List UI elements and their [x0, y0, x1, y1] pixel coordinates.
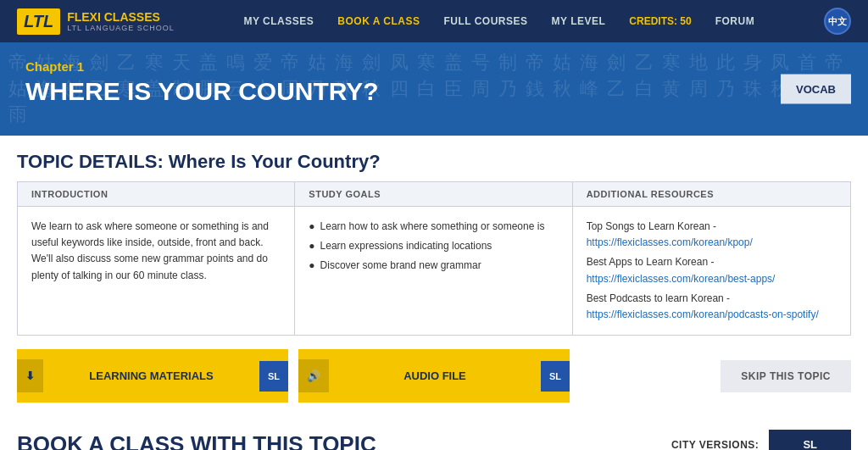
goal-item-2: ● Learn expressions indicating locations — [309, 238, 558, 254]
resource-2: Best Apps to Learn Korean - https://flex… — [587, 254, 837, 286]
goals-body: ● Learn how to ask where something or so… — [309, 215, 558, 275]
logo-box: LTL — [17, 8, 60, 35]
goal-text-2: Learn expressions indicating locations — [320, 238, 492, 254]
audio-file-button[interactable]: 🔊 AUDIO FILE SL — [298, 349, 570, 403]
nav-my-level[interactable]: MY LEVEL — [552, 15, 606, 27]
city-versions-label: CITY VERSIONS: — [671, 439, 759, 450]
brand-sub: LTL LANGUAGE SCHOOL — [67, 24, 175, 32]
city-sl-button[interactable]: SL — [769, 430, 851, 450]
learning-materials-button[interactable]: ⬇ LEARNING MATERIALS SL — [17, 349, 288, 403]
goal-item-1: ● Learn how to ask where something or so… — [309, 219, 558, 235]
brand-title: FLEXI CLASSES — [67, 10, 175, 24]
resource-1-label: Top Songs to Learn Korean - — [587, 220, 716, 232]
audio-file-label: AUDIO FILE — [329, 369, 541, 382]
goal-text-1: Learn how to ask where something or some… — [320, 219, 545, 235]
resource-1: Top Songs to Learn Korean - https://flex… — [587, 219, 837, 251]
banner-title: WHERE IS YOUR COUNTRY? — [25, 77, 843, 106]
intro-col: INTRODUCTION We learn to ask where someo… — [18, 182, 295, 335]
resources-header: ADDITIONAL RESOURCES — [573, 182, 850, 207]
resource-3: Best Podcasts to learn Korean - https://… — [587, 291, 837, 323]
goals-col: STUDY GOALS ● Learn how to ask where som… — [295, 182, 572, 335]
resources-body: Top Songs to Learn Korean - https://flex… — [587, 215, 837, 323]
nav-book-class[interactable]: BOOK A CLASS — [337, 15, 420, 27]
book-header: BOOK A CLASS WITH THIS TOPIC CITY VERSIO… — [17, 430, 851, 450]
bullet-3: ● — [309, 258, 314, 274]
learning-sl-badge: SL — [259, 361, 288, 392]
book-title: BOOK A CLASS WITH THIS TOPIC — [17, 431, 376, 450]
details-grid: INTRODUCTION We learn to ask where someo… — [17, 181, 851, 336]
section-title: TOPIC DETAILS: Where Is Your Country? — [0, 136, 868, 181]
chapter-label: Chapter 1 — [25, 59, 843, 74]
intro-header: INTRODUCTION — [18, 182, 294, 207]
header: LTL FLEXI CLASSES LTL LANGUAGE SCHOOL MY… — [0, 0, 868, 42]
learning-materials-label: LEARNING MATERIALS — [43, 369, 259, 382]
resource-3-label: Best Podcasts to learn Korean - — [587, 292, 730, 304]
bullet-2: ● — [309, 238, 314, 254]
resource-3-link[interactable]: https://flexiclasses.com/korean/podcasts… — [587, 308, 819, 320]
buttons-row: ⬇ LEARNING MATERIALS SL 🔊 AUDIO FILE SL … — [17, 349, 851, 403]
audio-icon: 🔊 — [298, 359, 329, 392]
resources-col: ADDITIONAL RESOURCES Top Songs to Learn … — [573, 182, 850, 335]
logo-text: FLEXI CLASSES LTL LANGUAGE SCHOOL — [67, 10, 175, 32]
resource-2-label: Best Apps to Learn Korean - — [587, 256, 715, 268]
banner: 帝 姑 海 劍 乙 寒 天 盖 鳴 爱 帝 姑 海 劍 凤 寒 盖 号 制 帝 … — [0, 42, 868, 136]
main-nav: MY CLASSES BOOK A CLASS FULL COURSES MY … — [200, 15, 798, 27]
nav-my-classes[interactable]: MY CLASSES — [244, 15, 314, 27]
avatar[interactable]: 中文 — [824, 8, 851, 35]
vocab-button[interactable]: VOCAB — [781, 75, 851, 104]
logo-area: LTL FLEXI CLASSES LTL LANGUAGE SCHOOL — [17, 8, 175, 35]
goal-item-3: ● Discover some brand new grammar — [309, 258, 558, 274]
nav-forum[interactable]: FORUM — [715, 15, 755, 27]
nav-full-courses[interactable]: FULL COURSES — [443, 15, 527, 27]
credits-badge: CREDITS: 50 — [629, 15, 691, 27]
book-section: BOOK A CLASS WITH THIS TOPIC CITY VERSIO… — [0, 416, 868, 450]
audio-sl-badge: SL — [541, 361, 570, 392]
download-icon: ⬇ — [17, 359, 43, 392]
resource-2-link[interactable]: https://flexiclasses.com/korean/best-app… — [587, 273, 776, 285]
banner-content: Chapter 1 WHERE IS YOUR COUNTRY? — [25, 59, 843, 106]
bullet-1: ● — [309, 219, 314, 235]
intro-body: We learn to ask where someone or somethi… — [31, 215, 281, 284]
goals-header: STUDY GOALS — [295, 182, 571, 207]
skip-topic-button[interactable]: SKIP THIS TOPIC — [721, 360, 851, 392]
goal-text-3: Discover some brand new grammar — [320, 258, 481, 274]
city-versions: CITY VERSIONS: SL — [671, 430, 851, 450]
resource-1-link[interactable]: https://flexiclasses.com/korean/kpop/ — [587, 236, 753, 248]
